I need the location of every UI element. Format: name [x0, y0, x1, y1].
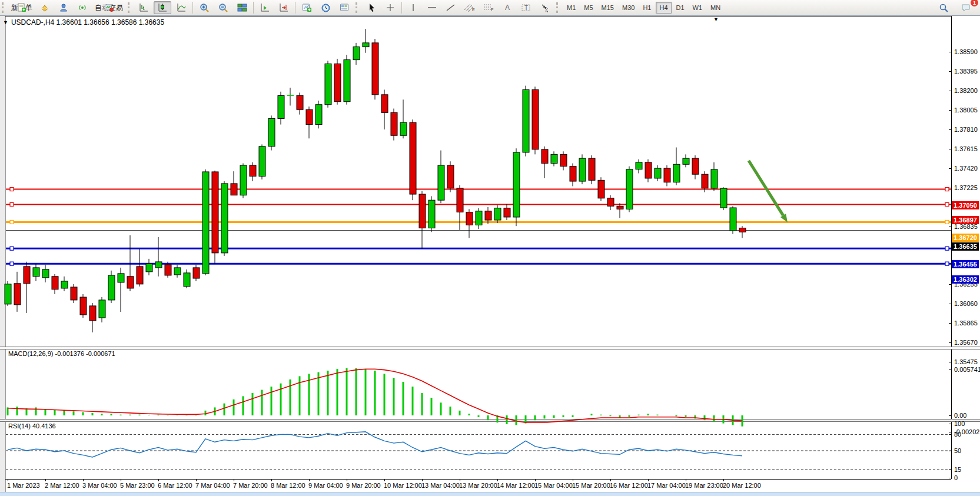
- candle-body[interactable]: [240, 165, 247, 195]
- hline-handle[interactable]: [945, 202, 949, 206]
- candle-body[interactable]: [184, 273, 190, 287]
- candle-body[interactable]: [33, 268, 39, 277]
- candle-body[interactable]: [655, 168, 661, 178]
- candle-body[interactable]: [315, 105, 322, 125]
- rsi-pane[interactable]: [6, 421, 951, 479]
- candle-body[interactable]: [532, 89, 539, 149]
- candle-body[interactable]: [485, 211, 491, 220]
- candle-body[interactable]: [71, 287, 77, 300]
- candle-body[interactable]: [325, 64, 331, 104]
- candle-body[interactable]: [174, 268, 181, 275]
- timeframe-m15[interactable]: M15: [598, 2, 617, 14]
- hline-handle[interactable]: [10, 262, 14, 265]
- text-label-button[interactable]: T: [517, 1, 535, 14]
- new-order-button[interactable]: 新订单: [9, 1, 35, 14]
- autotrading-button[interactable]: 自动交易: [92, 1, 125, 14]
- notifications-button[interactable]: 1: [957, 1, 975, 14]
- trendline-button[interactable]: [442, 1, 460, 14]
- candle-body[interactable]: [14, 284, 21, 305]
- candle-body[interactable]: [664, 168, 670, 182]
- candle-body[interactable]: [523, 89, 529, 152]
- toolbar-grip[interactable]: [2, 2, 6, 13]
- candle-body[interactable]: [334, 64, 341, 101]
- indicators-button[interactable]: ▾: [298, 1, 315, 14]
- candle-body[interactable]: [720, 188, 727, 208]
- candle-body[interactable]: [589, 158, 595, 180]
- timeframe-m30[interactable]: M30: [619, 2, 638, 14]
- candle-body[interactable]: [560, 154, 567, 166]
- candle-body[interactable]: [504, 208, 510, 217]
- candle-body[interactable]: [306, 109, 313, 124]
- candle-body[interactable]: [438, 165, 444, 200]
- candle-body[interactable]: [297, 95, 303, 109]
- candle-body[interactable]: [202, 172, 209, 274]
- crosshair-button[interactable]: [381, 1, 399, 14]
- text-button[interactable]: A: [499, 1, 516, 14]
- chart-shift-button[interactable]: [275, 1, 293, 14]
- candle-body[interactable]: [400, 122, 407, 135]
- candle-body[interactable]: [579, 158, 586, 181]
- candle-body[interactable]: [344, 60, 350, 102]
- timeframe-m1[interactable]: M1: [563, 2, 579, 14]
- candle-body[interactable]: [5, 284, 11, 304]
- timeframe-h1[interactable]: H1: [639, 2, 655, 14]
- channel-button[interactable]: E: [461, 1, 479, 14]
- candle-body[interactable]: [381, 95, 388, 112]
- timeframe-d1[interactable]: D1: [673, 2, 688, 14]
- candle-body[interactable]: [353, 47, 360, 60]
- candle-body[interactable]: [193, 268, 200, 278]
- candle-body[interactable]: [118, 274, 124, 282]
- toolbar-grip[interactable]: [128, 2, 132, 13]
- candle-body[interactable]: [268, 118, 275, 146]
- candle-body[interactable]: [250, 165, 256, 177]
- candle-body[interactable]: [99, 300, 105, 318]
- candle-body[interactable]: [692, 158, 699, 174]
- zoom-in-button[interactable]: [195, 1, 213, 14]
- candle-body[interactable]: [702, 174, 708, 188]
- auto-scroll-button[interactable]: [256, 1, 274, 14]
- candlestick-chart-button[interactable]: [154, 1, 171, 14]
- hline-handle[interactable]: [945, 262, 949, 265]
- vertical-line-button[interactable]: [404, 1, 422, 14]
- candle-body[interactable]: [626, 169, 633, 209]
- community-button[interactable]: [55, 1, 72, 14]
- candle-body[interactable]: [551, 154, 557, 163]
- candle-body[interactable]: [645, 162, 652, 178]
- candle-body[interactable]: [391, 112, 397, 135]
- toolbar-grip[interactable]: [556, 2, 561, 13]
- candle-body[interactable]: [466, 212, 473, 225]
- candle-body[interactable]: [617, 206, 623, 209]
- horizontal-line-button[interactable]: [423, 1, 441, 14]
- candle-body[interactable]: [711, 169, 717, 188]
- hline-handle[interactable]: [10, 247, 14, 250]
- candle-body[interactable]: [476, 211, 482, 225]
- search-button[interactable]: [935, 1, 952, 14]
- candle-body[interactable]: [683, 158, 689, 164]
- market-gold-button[interactable]: [36, 1, 54, 14]
- trend-arrow[interactable]: [749, 161, 783, 215]
- candle-body[interactable]: [570, 167, 576, 181]
- candle-body[interactable]: [513, 152, 520, 217]
- cursor-button[interactable]: [363, 1, 380, 14]
- candle-body[interactable]: [259, 147, 265, 177]
- periods-button[interactable]: ▾: [317, 1, 334, 14]
- candle-body[interactable]: [24, 267, 30, 284]
- candle-body[interactable]: [108, 275, 115, 300]
- candle-body[interactable]: [42, 269, 49, 278]
- toolbar-grip[interactable]: [356, 2, 360, 13]
- bar-chart-button[interactable]: [135, 1, 152, 14]
- zoom-out-button[interactable]: [214, 1, 232, 14]
- hline-handle[interactable]: [10, 220, 14, 224]
- price-chart-pane[interactable]: [6, 16, 951, 347]
- candle-body[interactable]: [80, 297, 87, 315]
- arrows-button[interactable]: ▾: [536, 1, 554, 14]
- candle-body[interactable]: [457, 188, 463, 212]
- candle-body[interactable]: [52, 277, 58, 289]
- candle-body[interactable]: [428, 200, 435, 228]
- candle-body[interactable]: [61, 281, 68, 288]
- candle-body[interactable]: [137, 267, 143, 284]
- candle-body[interactable]: [155, 262, 162, 268]
- candle-body[interactable]: [127, 277, 134, 288]
- candle-body[interactable]: [419, 194, 426, 228]
- candle-body[interactable]: [542, 149, 548, 164]
